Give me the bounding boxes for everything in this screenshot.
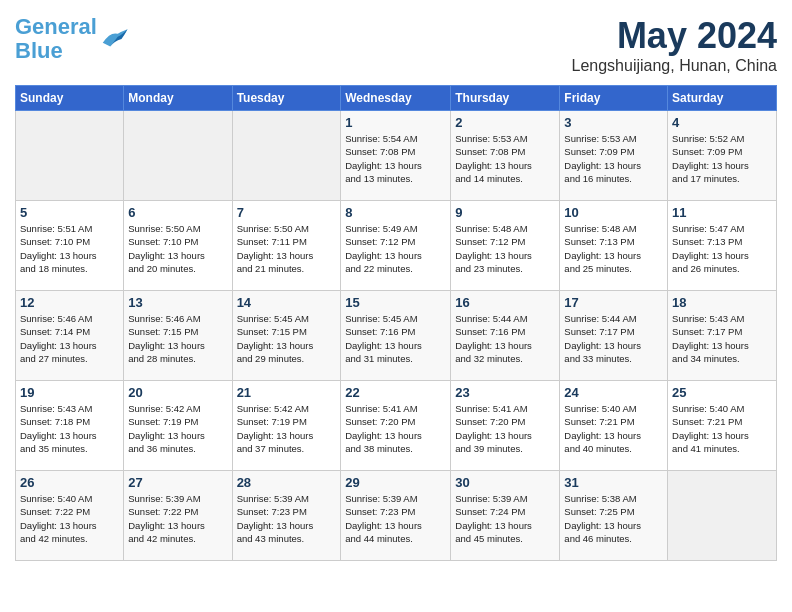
day-number: 13 [128, 295, 227, 310]
day-info: Sunrise: 5:54 AM Sunset: 7:08 PM Dayligh… [345, 132, 446, 185]
day-info: Sunrise: 5:44 AM Sunset: 7:16 PM Dayligh… [455, 312, 555, 365]
day-info: Sunrise: 5:39 AM Sunset: 7:23 PM Dayligh… [237, 492, 337, 545]
day-number: 25 [672, 385, 772, 400]
calendar-cell: 16Sunrise: 5:44 AM Sunset: 7:16 PM Dayli… [451, 291, 560, 381]
day-number: 27 [128, 475, 227, 490]
week-row-1: 1Sunrise: 5:54 AM Sunset: 7:08 PM Daylig… [16, 111, 777, 201]
page-header: General Blue May 2024 Lengshuijiang, Hun… [15, 15, 777, 75]
day-info: Sunrise: 5:39 AM Sunset: 7:22 PM Dayligh… [128, 492, 227, 545]
calendar-cell: 24Sunrise: 5:40 AM Sunset: 7:21 PM Dayli… [560, 381, 668, 471]
calendar-cell: 5Sunrise: 5:51 AM Sunset: 7:10 PM Daylig… [16, 201, 124, 291]
calendar-cell [232, 111, 341, 201]
header-cell-sunday: Sunday [16, 86, 124, 111]
day-number: 20 [128, 385, 227, 400]
calendar-cell: 6Sunrise: 5:50 AM Sunset: 7:10 PM Daylig… [124, 201, 232, 291]
calendar-cell: 19Sunrise: 5:43 AM Sunset: 7:18 PM Dayli… [16, 381, 124, 471]
calendar-cell: 2Sunrise: 5:53 AM Sunset: 7:08 PM Daylig… [451, 111, 560, 201]
day-number: 24 [564, 385, 663, 400]
day-number: 4 [672, 115, 772, 130]
day-info: Sunrise: 5:44 AM Sunset: 7:17 PM Dayligh… [564, 312, 663, 365]
day-number: 5 [20, 205, 119, 220]
week-row-4: 19Sunrise: 5:43 AM Sunset: 7:18 PM Dayli… [16, 381, 777, 471]
day-number: 1 [345, 115, 446, 130]
day-number: 29 [345, 475, 446, 490]
day-info: Sunrise: 5:40 AM Sunset: 7:22 PM Dayligh… [20, 492, 119, 545]
day-info: Sunrise: 5:47 AM Sunset: 7:13 PM Dayligh… [672, 222, 772, 275]
day-number: 17 [564, 295, 663, 310]
calendar-cell: 9Sunrise: 5:48 AM Sunset: 7:12 PM Daylig… [451, 201, 560, 291]
day-number: 26 [20, 475, 119, 490]
day-number: 22 [345, 385, 446, 400]
calendar-cell: 31Sunrise: 5:38 AM Sunset: 7:25 PM Dayli… [560, 471, 668, 561]
day-number: 10 [564, 205, 663, 220]
title-area: May 2024 Lengshuijiang, Hunan, China [572, 15, 777, 75]
header-cell-wednesday: Wednesday [341, 86, 451, 111]
day-number: 2 [455, 115, 555, 130]
day-number: 18 [672, 295, 772, 310]
day-info: Sunrise: 5:52 AM Sunset: 7:09 PM Dayligh… [672, 132, 772, 185]
week-row-5: 26Sunrise: 5:40 AM Sunset: 7:22 PM Dayli… [16, 471, 777, 561]
day-info: Sunrise: 5:48 AM Sunset: 7:13 PM Dayligh… [564, 222, 663, 275]
day-number: 11 [672, 205, 772, 220]
calendar-cell: 25Sunrise: 5:40 AM Sunset: 7:21 PM Dayli… [668, 381, 777, 471]
calendar-cell: 26Sunrise: 5:40 AM Sunset: 7:22 PM Dayli… [16, 471, 124, 561]
header-row: SundayMondayTuesdayWednesdayThursdayFrid… [16, 86, 777, 111]
calendar-cell: 10Sunrise: 5:48 AM Sunset: 7:13 PM Dayli… [560, 201, 668, 291]
calendar-cell: 18Sunrise: 5:43 AM Sunset: 7:17 PM Dayli… [668, 291, 777, 381]
calendar-cell [668, 471, 777, 561]
day-info: Sunrise: 5:43 AM Sunset: 7:17 PM Dayligh… [672, 312, 772, 365]
day-info: Sunrise: 5:38 AM Sunset: 7:25 PM Dayligh… [564, 492, 663, 545]
day-info: Sunrise: 5:50 AM Sunset: 7:10 PM Dayligh… [128, 222, 227, 275]
day-info: Sunrise: 5:39 AM Sunset: 7:24 PM Dayligh… [455, 492, 555, 545]
calendar-cell: 27Sunrise: 5:39 AM Sunset: 7:22 PM Dayli… [124, 471, 232, 561]
calendar-body: 1Sunrise: 5:54 AM Sunset: 7:08 PM Daylig… [16, 111, 777, 561]
calendar-cell: 1Sunrise: 5:54 AM Sunset: 7:08 PM Daylig… [341, 111, 451, 201]
day-number: 31 [564, 475, 663, 490]
calendar-header: SundayMondayTuesdayWednesdayThursdayFrid… [16, 86, 777, 111]
day-number: 9 [455, 205, 555, 220]
calendar-cell: 20Sunrise: 5:42 AM Sunset: 7:19 PM Dayli… [124, 381, 232, 471]
header-cell-tuesday: Tuesday [232, 86, 341, 111]
day-info: Sunrise: 5:42 AM Sunset: 7:19 PM Dayligh… [128, 402, 227, 455]
day-number: 15 [345, 295, 446, 310]
header-cell-friday: Friday [560, 86, 668, 111]
day-info: Sunrise: 5:48 AM Sunset: 7:12 PM Dayligh… [455, 222, 555, 275]
day-info: Sunrise: 5:41 AM Sunset: 7:20 PM Dayligh… [455, 402, 555, 455]
day-number: 7 [237, 205, 337, 220]
day-info: Sunrise: 5:51 AM Sunset: 7:10 PM Dayligh… [20, 222, 119, 275]
calendar-cell: 12Sunrise: 5:46 AM Sunset: 7:14 PM Dayli… [16, 291, 124, 381]
day-number: 19 [20, 385, 119, 400]
day-info: Sunrise: 5:50 AM Sunset: 7:11 PM Dayligh… [237, 222, 337, 275]
calendar-cell: 28Sunrise: 5:39 AM Sunset: 7:23 PM Dayli… [232, 471, 341, 561]
day-info: Sunrise: 5:49 AM Sunset: 7:12 PM Dayligh… [345, 222, 446, 275]
logo: General Blue [15, 15, 129, 63]
logo-bird-icon [99, 27, 129, 51]
logo-text: General Blue [15, 15, 97, 63]
day-info: Sunrise: 5:53 AM Sunset: 7:08 PM Dayligh… [455, 132, 555, 185]
day-info: Sunrise: 5:41 AM Sunset: 7:20 PM Dayligh… [345, 402, 446, 455]
day-info: Sunrise: 5:40 AM Sunset: 7:21 PM Dayligh… [672, 402, 772, 455]
calendar-cell: 11Sunrise: 5:47 AM Sunset: 7:13 PM Dayli… [668, 201, 777, 291]
day-info: Sunrise: 5:40 AM Sunset: 7:21 PM Dayligh… [564, 402, 663, 455]
day-info: Sunrise: 5:45 AM Sunset: 7:15 PM Dayligh… [237, 312, 337, 365]
day-number: 8 [345, 205, 446, 220]
day-number: 3 [564, 115, 663, 130]
day-number: 23 [455, 385, 555, 400]
calendar-cell: 15Sunrise: 5:45 AM Sunset: 7:16 PM Dayli… [341, 291, 451, 381]
day-number: 12 [20, 295, 119, 310]
calendar-table: SundayMondayTuesdayWednesdayThursdayFrid… [15, 85, 777, 561]
calendar-cell: 17Sunrise: 5:44 AM Sunset: 7:17 PM Dayli… [560, 291, 668, 381]
week-row-2: 5Sunrise: 5:51 AM Sunset: 7:10 PM Daylig… [16, 201, 777, 291]
calendar-cell [16, 111, 124, 201]
day-number: 30 [455, 475, 555, 490]
day-info: Sunrise: 5:42 AM Sunset: 7:19 PM Dayligh… [237, 402, 337, 455]
month-year-title: May 2024 [572, 15, 777, 57]
day-number: 6 [128, 205, 227, 220]
calendar-cell: 22Sunrise: 5:41 AM Sunset: 7:20 PM Dayli… [341, 381, 451, 471]
calendar-cell: 8Sunrise: 5:49 AM Sunset: 7:12 PM Daylig… [341, 201, 451, 291]
day-info: Sunrise: 5:53 AM Sunset: 7:09 PM Dayligh… [564, 132, 663, 185]
day-info: Sunrise: 5:39 AM Sunset: 7:23 PM Dayligh… [345, 492, 446, 545]
day-info: Sunrise: 5:46 AM Sunset: 7:14 PM Dayligh… [20, 312, 119, 365]
calendar-cell: 14Sunrise: 5:45 AM Sunset: 7:15 PM Dayli… [232, 291, 341, 381]
day-number: 16 [455, 295, 555, 310]
